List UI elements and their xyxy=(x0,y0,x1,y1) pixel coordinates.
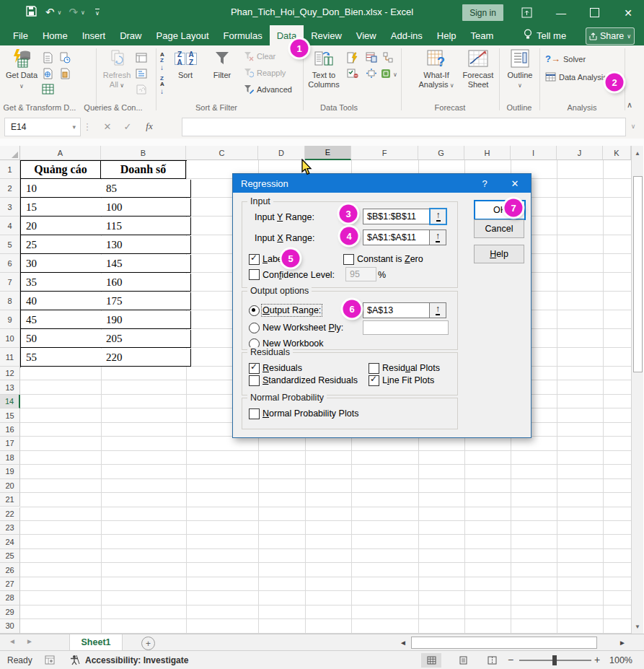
row-header-25[interactable]: 25 xyxy=(0,549,20,563)
cell-A2[interactable]: 10 xyxy=(21,180,106,198)
row-header-21[interactable]: 21 xyxy=(0,493,20,507)
new-worksheet-field[interactable] xyxy=(363,320,449,335)
prev-sheet-icon[interactable]: ◄ xyxy=(9,637,16,645)
row-header-30[interactable]: 30 xyxy=(0,619,20,633)
cell-A10[interactable]: 50 xyxy=(21,330,106,348)
column-header-K[interactable]: K xyxy=(603,146,631,160)
row-header-8[interactable]: 8 xyxy=(0,292,20,310)
help-button[interactable]: Help xyxy=(474,245,524,263)
row-header-29[interactable]: 29 xyxy=(0,605,20,619)
column-header-J[interactable]: J xyxy=(557,146,603,160)
output-range-radio[interactable] xyxy=(249,305,260,316)
labels-checkbox[interactable] xyxy=(249,254,260,265)
residuals-checkbox[interactable] xyxy=(249,363,260,374)
output-range-label[interactable]: Output Range: xyxy=(263,305,321,315)
select-all-corner[interactable] xyxy=(0,146,20,160)
output-range-picker-icon[interactable]: ↑ xyxy=(429,302,446,318)
dialog-help-icon[interactable]: ? xyxy=(473,174,496,193)
page-break-view-icon[interactable] xyxy=(482,653,502,668)
row-header-7[interactable]: 7 xyxy=(0,273,20,292)
cell-B6[interactable]: 145 xyxy=(101,255,191,273)
cell-B3[interactable]: 100 xyxy=(101,198,191,217)
output-range-field[interactable]: $A$13 xyxy=(363,302,430,318)
row-header-12[interactable]: 12 xyxy=(0,367,20,380)
cancel-button[interactable]: Cancel xyxy=(474,219,524,238)
vertical-scroll-thumb[interactable] xyxy=(633,176,643,372)
constant-zero-checkbox[interactable] xyxy=(343,254,354,265)
residual-plots-checkbox[interactable] xyxy=(369,363,379,374)
row-header-10[interactable]: 10 xyxy=(0,329,20,348)
confidence-checkbox[interactable] xyxy=(249,269,260,280)
row-header-24[interactable]: 24 xyxy=(0,535,20,548)
row-header-18[interactable]: 18 xyxy=(0,451,20,465)
cell-B10[interactable]: 205 xyxy=(101,330,191,348)
column-header-H[interactable]: H xyxy=(464,146,511,160)
cell-B1[interactable]: Doanh số xyxy=(101,161,186,179)
cell-A6[interactable]: 30 xyxy=(21,255,106,273)
horizontal-scrollbar[interactable]: ◄ ► xyxy=(397,635,630,650)
row-header-3[interactable]: 3 xyxy=(0,198,20,217)
cell-A8[interactable]: 40 xyxy=(21,292,106,310)
cell-A11[interactable]: 55 xyxy=(21,349,106,367)
row-header-23[interactable]: 23 xyxy=(0,521,20,535)
zoom-in-icon[interactable]: + xyxy=(594,654,600,665)
cell-B5[interactable]: 130 xyxy=(101,236,191,254)
horizontal-scroll-thumb[interactable] xyxy=(411,637,597,649)
cell-A9[interactable]: 45 xyxy=(21,311,106,329)
input-x-range-picker-icon[interactable]: ↑ xyxy=(429,229,446,245)
new-worksheet-radio[interactable] xyxy=(249,323,260,333)
vertical-scrollbar[interactable]: ▲ ▼ xyxy=(631,146,643,634)
cell-A5[interactable]: 25 xyxy=(21,236,106,254)
cell-A1[interactable]: Quảng cáo xyxy=(21,161,101,179)
column-header-B[interactable]: B xyxy=(101,146,186,160)
accessibility-icon[interactable] xyxy=(69,655,80,668)
row-header-2[interactable]: 2 xyxy=(0,179,20,198)
row-header-14[interactable]: 14 xyxy=(0,395,20,408)
column-header-F[interactable]: F xyxy=(351,146,418,160)
cell-B8[interactable]: 175 xyxy=(101,292,191,310)
row-header-1[interactable]: 1 xyxy=(0,160,20,179)
cell-B2[interactable]: 85 xyxy=(101,180,191,198)
normal-probability-plots-checkbox[interactable] xyxy=(249,408,260,419)
column-header-I[interactable]: I xyxy=(511,146,557,160)
row-header-11[interactable]: 11 xyxy=(0,348,20,367)
cell-A7[interactable]: 35 xyxy=(21,274,106,292)
row-header-4[interactable]: 4 xyxy=(0,217,20,235)
input-y-range-field[interactable]: $B$1:$B$11 xyxy=(363,209,430,224)
macro-record-icon[interactable] xyxy=(45,655,55,667)
scroll-down-icon[interactable]: ▼ xyxy=(632,624,643,630)
column-header-D[interactable]: D xyxy=(258,146,305,160)
row-header-26[interactable]: 26 xyxy=(0,563,20,577)
row-header-15[interactable]: 15 xyxy=(0,408,20,422)
zoom-level[interactable]: 100% xyxy=(609,655,632,665)
scroll-up-icon[interactable]: ▲ xyxy=(632,150,643,157)
ok-button[interactable]: OK xyxy=(474,200,526,220)
normal-view-icon[interactable] xyxy=(421,653,441,668)
add-sheet-icon[interactable]: + xyxy=(141,637,155,650)
row-header-27[interactable]: 27 xyxy=(0,577,20,591)
row-header-20[interactable]: 20 xyxy=(0,479,20,493)
line-fit-plots-checkbox[interactable] xyxy=(369,375,379,386)
column-header-C[interactable]: C xyxy=(186,146,258,160)
cell-B9[interactable]: 190 xyxy=(101,311,191,329)
row-header-28[interactable]: 28 xyxy=(0,591,20,605)
column-header-E[interactable]: E xyxy=(305,146,351,160)
zoom-slider-thumb[interactable] xyxy=(552,655,557,665)
row-header-6[interactable]: 6 xyxy=(0,254,20,273)
row-header-5[interactable]: 5 xyxy=(0,235,20,254)
scroll-right-icon[interactable]: ► xyxy=(619,639,626,647)
zoom-out-icon[interactable]: − xyxy=(508,654,513,665)
row-header-19[interactable]: 19 xyxy=(0,465,20,478)
sheet-tab-sheet1[interactable]: Sheet1 xyxy=(69,634,123,652)
row-header-13[interactable]: 13 xyxy=(0,380,20,394)
row-header-22[interactable]: 22 xyxy=(0,507,20,521)
row-header-16[interactable]: 16 xyxy=(0,423,20,437)
cell-A4[interactable]: 20 xyxy=(21,217,106,235)
row-header-9[interactable]: 9 xyxy=(0,310,20,329)
cell-B7[interactable]: 160 xyxy=(101,274,191,292)
accessibility-status[interactable]: Accessibility: Investigate xyxy=(85,655,188,665)
row-header-17[interactable]: 17 xyxy=(0,437,20,450)
cell-B4[interactable]: 115 xyxy=(101,217,191,235)
confidence-field[interactable]: 95 xyxy=(345,267,376,281)
input-x-range-field[interactable]: $A$1:$A$11 xyxy=(363,229,430,245)
